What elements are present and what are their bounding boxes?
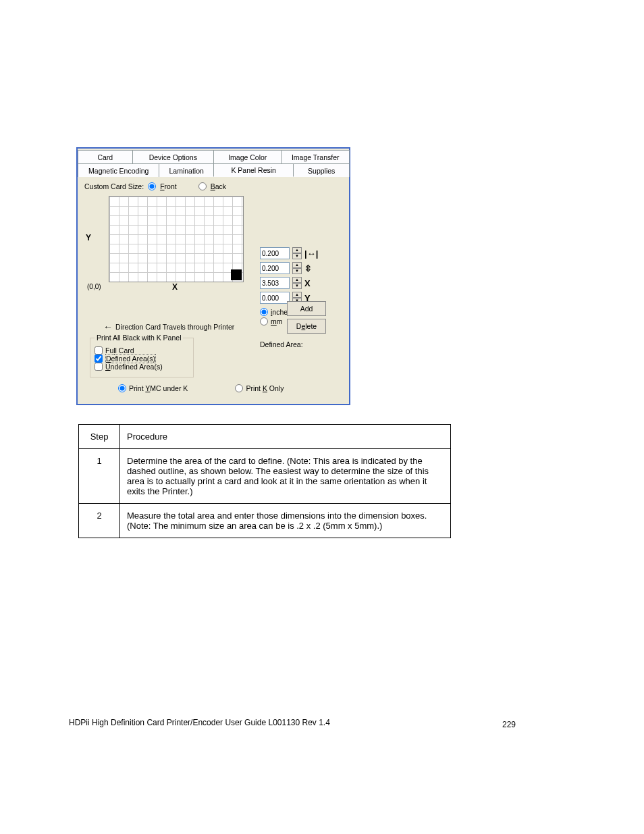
steps-table: Step Procedure 1 Determine the area of t… [78,424,451,538]
y-input[interactable]: 0.000 [260,292,290,304]
height-spinner-row: 0.200 ▲▼ ⇳ [260,262,348,274]
radio-print-ymc[interactable] [118,384,126,392]
radio-mm[interactable] [260,317,268,325]
card-grid[interactable] [109,196,244,282]
x-spinner-row: 3.503 ▲▼ X [260,277,348,289]
card-grid-area: Y (0,0) X [97,196,242,289]
step-text: Measure the total area and enter those d… [120,504,451,538]
width-icon: |↔| [304,249,318,259]
height-spinner[interactable]: ▲▼ [292,262,302,274]
undefined-areas-label: Undefined Area(s) [105,363,163,371]
table-header-row: Step Procedure [79,425,451,449]
x-dim-icon: X [304,278,311,288]
x-axis-label: X [172,282,178,292]
check-defined-areas[interactable] [95,355,103,363]
y-axis-label: Y [86,233,91,242]
width-input[interactable]: 0.200 [260,247,290,259]
printer-dialog: Card Device Options Image Color Image Tr… [76,147,350,405]
radio-print-k[interactable] [235,384,243,392]
header-procedure: Procedure [120,425,451,449]
tab-k-panel-resin[interactable]: K Panel Resin [213,163,294,177]
radio-back[interactable] [198,182,207,190]
defined-area-label: Defined Area: [260,340,303,348]
check-undefined-areas[interactable] [95,363,103,371]
height-input[interactable]: 0.200 [260,262,290,274]
note-label: Note: [130,521,151,531]
print-k-label: Print K Only [246,384,284,392]
mm-label: mm [271,317,283,325]
width-spinner-row: 0.200 ▲▼ |↔| [260,247,348,259]
note-label: Note: [290,456,311,466]
page: Card Device Options Image Color Image Tr… [0,0,644,834]
x-input[interactable]: 3.503 [260,277,290,289]
step-text: Determine the area of the card to define… [120,449,451,504]
radio-inches[interactable] [260,308,268,316]
footer-text: HDPii High Definition Card Printer/Encod… [69,718,514,727]
step-number: 1 [79,449,120,504]
custom-card-size-label: Custom Card Size: [84,182,144,190]
x-spinner[interactable]: ▲▼ [292,277,302,289]
table-row: 1 Determine the area of the card to defi… [79,449,451,504]
tab-device-options[interactable]: Device Options [132,150,214,163]
tab-image-transfer[interactable]: Image Transfer [281,150,350,163]
delete-button[interactable]: Delete [287,319,326,334]
arrow-left-icon: ← [103,321,113,332]
back-label: Back [211,182,226,190]
height-icon: ⇳ [304,263,312,273]
print-black-fieldset: Print All Black with K Panel Full Card D… [90,338,194,377]
table-row: 2 Measure the total area and enter those… [79,504,451,538]
tab-magnetic-encoding[interactable]: Magnetic Encoding [78,163,159,177]
defined-area-marker[interactable] [231,269,242,280]
origin-label: (0,0) [87,283,101,290]
check-full-card[interactable] [95,346,103,355]
add-button[interactable]: Add [287,301,326,316]
k-panel-content: Custom Card Size: Front Back Y (0,0) X [78,177,349,398]
page-number: 229 [502,720,516,729]
step-number: 2 [79,504,120,538]
radio-front[interactable] [148,182,156,190]
tab-image-color[interactable]: Image Color [213,150,282,163]
print-ymc-label: Print YMC under K [129,384,188,392]
tab-lamination[interactable]: Lamination [159,163,214,177]
tab-card[interactable]: Card [78,150,133,163]
header-step: Step [79,425,120,449]
bottom-radio-row: Print YMC under K Print K Only [118,384,342,392]
tab-supplies[interactable]: Supplies [293,163,350,177]
width-spinner[interactable]: ▲▼ [292,247,302,259]
custom-card-size-row: Custom Card Size: Front Back [84,182,342,190]
direction-text: Direction Card Travels through Printer [115,323,234,331]
defined-areas-label: Defined Area(s) [105,354,156,363]
fieldset-legend: Print All Black with K Panel [95,334,183,342]
tab-row-2: Magnetic Encoding Lamination K Panel Res… [78,163,349,177]
front-label: Front [160,182,177,190]
tab-row-1: Card Device Options Image Color Image Tr… [78,150,349,163]
